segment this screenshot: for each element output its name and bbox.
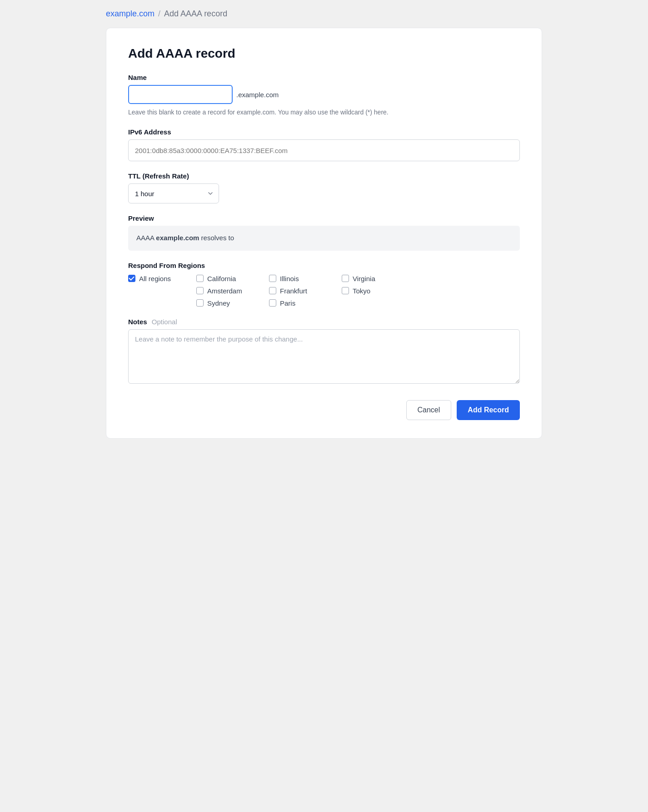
checkbox-virginia[interactable] — [342, 275, 349, 282]
region-empty — [342, 299, 414, 307]
name-label: Name — [128, 74, 520, 81]
notes-group: Notes Optional — [128, 318, 520, 386]
ttl-label: TTL (Refresh Rate) — [128, 172, 520, 180]
all-regions-col: All regions — [128, 275, 196, 282]
checkbox-amsterdam[interactable] — [196, 287, 204, 294]
region-california-text: California — [207, 275, 236, 282]
region-sydney-text: Sydney — [207, 299, 230, 307]
region-virginia-text: Virginia — [353, 275, 375, 282]
notes-textarea[interactable] — [128, 329, 520, 384]
form-actions: Cancel Add Record — [128, 400, 520, 420]
region-frankfurt[interactable]: Frankfurt — [269, 287, 342, 295]
name-field-group: Name .example.com Leave this blank to cr… — [128, 74, 520, 117]
preview-suffix: resolves to — [199, 234, 234, 242]
name-suffix: .example.com — [236, 91, 279, 99]
ipv6-label: IPv6 Address — [128, 128, 520, 136]
region-amsterdam[interactable]: Amsterdam — [196, 287, 269, 295]
preview-group: Preview AAAA example.com resolves to — [128, 214, 520, 251]
region-california[interactable]: California — [196, 275, 269, 282]
form-title: Add AAAA record — [128, 46, 520, 61]
cancel-button[interactable]: Cancel — [406, 400, 452, 420]
region-illinois-text: Illinois — [280, 275, 299, 282]
checkbox-frankfurt[interactable] — [269, 287, 276, 294]
region-amsterdam-text: Amsterdam — [207, 287, 242, 295]
checkbox-tokyo[interactable] — [342, 287, 349, 294]
region-virginia[interactable]: Virginia — [342, 275, 414, 282]
ttl-field-group: TTL (Refresh Rate) Auto 1 minute 2 minut… — [128, 172, 520, 203]
add-record-button[interactable]: Add Record — [457, 400, 520, 420]
preview-domain: example.com — [156, 234, 199, 242]
region-tokyo[interactable]: Tokyo — [342, 287, 414, 295]
regions-cols: California Illinois Virginia Amsterdam — [196, 275, 414, 307]
regions-grid: All regions California Illinois — [128, 275, 520, 307]
ttl-select[interactable]: Auto 1 minute 2 minutes 5 minutes 10 min… — [128, 183, 219, 203]
preview-box: AAAA example.com resolves to — [128, 226, 520, 251]
region-tokyo-text: Tokyo — [353, 287, 370, 295]
notes-optional: Optional — [152, 318, 177, 326]
breadcrumb-current: Add AAAA record — [164, 9, 227, 19]
form-card: Add AAAA record Name .example.com Leave … — [106, 28, 542, 439]
preview-label: Preview — [128, 214, 520, 222]
name-input[interactable] — [128, 85, 233, 104]
breadcrumb: example.com / Add AAAA record — [106, 9, 542, 19]
ipv6-input[interactable] — [128, 139, 520, 161]
ttl-select-wrapper: Auto 1 minute 2 minutes 5 minutes 10 min… — [128, 183, 219, 203]
ipv6-field-group: IPv6 Address — [128, 128, 520, 161]
all-regions-label[interactable]: All regions — [128, 275, 196, 282]
all-regions-checkbox[interactable] — [128, 275, 135, 282]
notes-label: Notes Optional — [128, 318, 520, 326]
region-paris[interactable]: Paris — [269, 299, 342, 307]
checkbox-illinois[interactable] — [269, 275, 276, 282]
regions-label: Respond From Regions — [128, 262, 520, 269]
checkbox-sydney[interactable] — [196, 299, 204, 307]
all-regions-text: All regions — [139, 275, 171, 282]
name-input-row: .example.com — [128, 85, 520, 104]
checkbox-california[interactable] — [196, 275, 204, 282]
breadcrumb-link[interactable]: example.com — [106, 9, 155, 19]
region-sydney[interactable]: Sydney — [196, 299, 269, 307]
region-frankfurt-text: Frankfurt — [280, 287, 307, 295]
notes-label-text: Notes — [128, 318, 147, 326]
checkbox-paris[interactable] — [269, 299, 276, 307]
breadcrumb-separator: / — [158, 9, 160, 19]
preview-prefix: AAAA — [136, 234, 156, 242]
region-paris-text: Paris — [280, 299, 295, 307]
regions-section: Respond From Regions All regions Califor… — [128, 262, 520, 307]
name-hint: Leave this blank to create a record for … — [128, 108, 520, 117]
region-illinois[interactable]: Illinois — [269, 275, 342, 282]
